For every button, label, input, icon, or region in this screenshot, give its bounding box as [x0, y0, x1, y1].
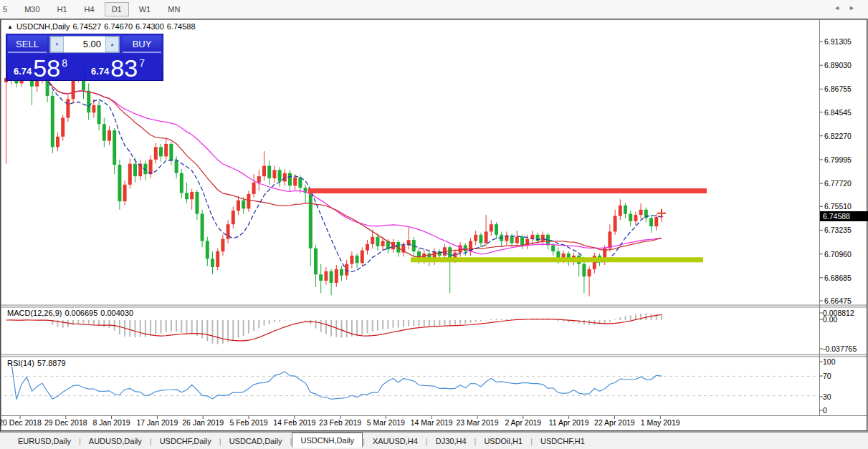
date-axis-label: 8 Jan 2019	[93, 418, 130, 427]
chart-tab-usdcad-daily[interactable]: USDCAD,Daily	[221, 435, 290, 448]
buy-button[interactable]: BUY	[123, 36, 161, 53]
chart-header: ▲USDCNH,Daily6.745276.746706.743006.7458…	[7, 22, 199, 31]
sell-price-big: 58	[33, 57, 60, 79]
date-axis-label: 20 Dec 2018	[0, 418, 42, 427]
timeframe-button-h1[interactable]: H1	[50, 2, 75, 16]
tab-scroll-left-icon[interactable]: ◄	[834, 4, 849, 11]
date-axis-label: 5 Feb 2019	[229, 418, 267, 427]
timeframe-button-d1[interactable]: D1	[105, 2, 129, 16]
tab-scroll-arrows: ◄►	[834, 4, 864, 11]
volume-input[interactable]: 5.00	[64, 37, 105, 52]
chart-tab-dj30-h4[interactable]: DJ30,H4	[428, 435, 474, 448]
price-axis-label: 6.84545	[824, 108, 852, 117]
sell-price-tile[interactable]: 6.74 58 8	[8, 54, 84, 80]
date-axis-label: 11 Apr 2019	[549, 418, 589, 427]
timeframe-button-w1[interactable]: W1	[132, 2, 158, 16]
ohlc-close: 6.74588	[167, 22, 196, 31]
date-axis-label: 23 Mar 2019	[457, 418, 499, 427]
macd-axis-label: -0.037765	[823, 344, 857, 353]
chart-tab-eurusd-daily[interactable]: EURUSD,Daily	[10, 435, 79, 448]
volume-spinner: ▼ 5.00 ▲	[49, 36, 120, 53]
chart-tab-usdchf-h1[interactable]: USDCHF,H1	[533, 435, 593, 448]
date-axis-label: 29 Dec 2018	[44, 418, 87, 427]
ohlc-high: 6.74670	[104, 22, 133, 31]
macd-label: MACD(12,26,9)0.0066950.004030	[7, 309, 136, 317]
price-axis-label: 6.75510	[824, 202, 852, 211]
price-axis-label: 6.73235	[824, 226, 852, 234]
timeframe-button-m30[interactable]: M30	[17, 2, 47, 16]
date-axis-label: 14 Mar 2019	[411, 418, 453, 427]
date-axis-label: 17 Jan 2019	[136, 418, 178, 427]
rsi-axis-label: 30	[823, 392, 831, 401]
chart-tab-audusd-daily[interactable]: AUDUSD,Daily	[81, 435, 150, 448]
one-click-trade-panel: SELL ▼ 5.00 ▲ BUY 6.74 58 8 6.74 83 7	[6, 34, 163, 81]
price-axis-label: 6.82270	[824, 132, 852, 140]
buy-price-prefix: 6.74	[91, 66, 109, 77]
price-axis-label: 6.86755	[824, 85, 852, 93]
timeframe-toolbar: 5M30H1H4D1W1MN	[0, 0, 868, 19]
timeframe-button-5[interactable]: 5	[0, 2, 14, 16]
price-axis-label: 6.79995	[824, 155, 852, 164]
date-axis-label: 23 Feb 2019	[319, 418, 361, 427]
rsi-value: 57.8879	[37, 359, 66, 367]
timeframe-button-mn[interactable]: MN	[161, 2, 187, 16]
macd-value-1: 0.006695	[65, 309, 97, 317]
chart-tab-usdchf-daily[interactable]: USDCHF,Daily	[152, 435, 219, 448]
chart-tab-usdoil-h1[interactable]: USDOil,H1	[476, 435, 530, 448]
macd-value-2: 0.004030	[100, 309, 133, 317]
chart-tab-xauusd-h4[interactable]: XAUUSD,H4	[365, 435, 426, 448]
volume-decrease-button[interactable]: ▼	[50, 37, 64, 52]
ohlc-open: 6.74527	[72, 22, 101, 31]
price-axis-label: 6.68685	[824, 274, 852, 282]
current-price-tag: 6.74588	[820, 211, 868, 221]
date-axis-label: 14 Feb 2019	[273, 418, 315, 427]
price-axis-label: 6.70960	[824, 250, 852, 259]
ohlc-low: 6.74300	[135, 22, 164, 31]
chart-title: USDCNH,Daily	[16, 22, 70, 31]
rsi-axis-label: 0	[823, 406, 827, 415]
date-axis-label: 1 May 2019	[641, 418, 680, 427]
price-axis-label: 6.89030	[824, 61, 852, 69]
price-axis-label: 6.77720	[824, 179, 852, 188]
rsi-axis-label: 70	[823, 372, 831, 380]
chart-tabbar: EURUSD,Daily|AUDUSD,Daily|USDCHF,Daily|U…	[0, 432, 868, 449]
buy-price-big: 83	[110, 57, 138, 79]
date-axis-label: 22 Apr 2019	[594, 418, 635, 427]
date-axis-label: 2 Apr 2019	[505, 418, 541, 427]
timeframe-button-h4[interactable]: H4	[77, 2, 102, 16]
rsi-axis-label: 100	[823, 357, 836, 366]
price-axis-label: 6.91305	[824, 37, 852, 46]
sell-price-sup: 8	[62, 57, 67, 69]
macd-name: MACD(12,26,9)	[7, 309, 62, 317]
volume-increase-button[interactable]: ▲	[105, 37, 119, 52]
sell-price-prefix: 6.74	[14, 66, 32, 77]
sell-button[interactable]: SELL	[8, 36, 47, 53]
collapse-triangle-icon[interactable]: ▲	[7, 24, 13, 30]
price-axis-label: 6.66475	[824, 296, 852, 305]
rsi-label: RSI(14)57.8879	[7, 359, 69, 367]
buy-price-tile[interactable]: 6.74 83 7	[85, 54, 161, 80]
rsi-name: RSI(14)	[7, 359, 34, 367]
date-axis-label: 5 Mar 2019	[367, 418, 405, 427]
macd-axis-label: 0.00	[823, 315, 837, 324]
date-axis-label: 26 Jan 2019	[182, 418, 224, 427]
buy-price-sup: 7	[139, 57, 145, 69]
tab-scroll-right-icon[interactable]: ►	[849, 4, 864, 11]
chart-tab-usdcnh-daily[interactable]: USDCNH,Daily	[292, 433, 363, 448]
